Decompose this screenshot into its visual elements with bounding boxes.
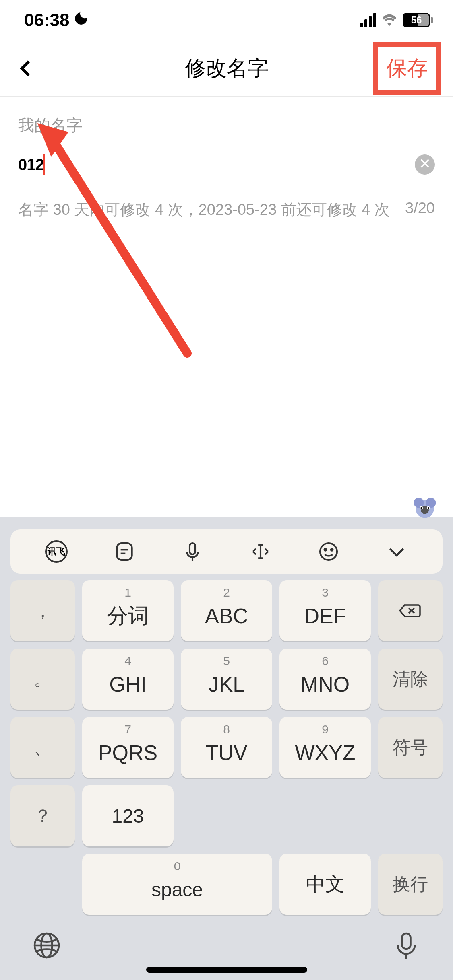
status-time: 06:38 (24, 10, 70, 30)
key-123[interactable]: 123 (82, 785, 174, 846)
key-清除[interactable]: 清除 (378, 649, 443, 710)
clear-input-button[interactable]: ✕ (415, 154, 435, 175)
key-、[interactable]: 、 (10, 717, 75, 778)
key-label: ？ (34, 804, 52, 828)
key-digit: 9 (322, 723, 329, 736)
edit-limit-hint: 名字 30 天内可修改 4 次，2023-05-23 前还可修改 4 次 (18, 200, 390, 220)
key-label: 清除 (393, 667, 428, 691)
key-digit: 2 (223, 586, 230, 599)
save-button[interactable]: 保存 (373, 42, 441, 95)
key-label: 、 (34, 736, 52, 760)
key-JKL[interactable]: 5JKL (181, 649, 272, 710)
key-，[interactable]: ， (10, 580, 75, 641)
key-space[interactable]: 0space (82, 854, 272, 915)
key-digit: 8 (223, 723, 230, 736)
key-label: 。 (34, 667, 52, 691)
svg-rect-23 (402, 933, 411, 949)
wifi-icon (382, 14, 397, 26)
dnd-moon-icon (74, 10, 90, 30)
status-bar: 06:38 56 (0, 0, 453, 40)
keyboard-emoji-button[interactable] (316, 539, 341, 564)
close-icon: ✕ (419, 156, 431, 171)
key-中文[interactable]: 中文 (279, 854, 371, 915)
key-label: ， (34, 599, 52, 623)
key-label: GHI (109, 672, 146, 696)
key-label: 中文 (306, 871, 345, 897)
keyboard-toolbar: 讯飞 (10, 529, 443, 574)
key-label: WXYZ (295, 741, 355, 765)
svg-point-3 (426, 498, 436, 508)
key-符号[interactable]: 符号 (378, 717, 443, 778)
key-digit: 6 (322, 654, 329, 668)
key-digit: 5 (223, 654, 230, 668)
key-label: space (151, 879, 203, 901)
status-time-area: 06:38 (24, 10, 90, 30)
key-label: DEF (304, 604, 346, 628)
keyboard: 讯飞 ，1分词2ABC3DEF。4GHI5JKL6MNO清除、7PQRS8TUV… (0, 517, 453, 980)
key-WXYZ[interactable]: 9WXYZ (279, 717, 371, 778)
key-label: 符号 (393, 736, 428, 760)
nav-header: 修改名字 保存 (0, 40, 453, 97)
key-TUV[interactable]: 8TUV (181, 717, 272, 778)
key-label: ABC (205, 604, 248, 628)
key-换行[interactable]: 换行 (378, 854, 443, 915)
key-digit: 0 (174, 859, 181, 873)
key-label: PQRS (98, 741, 157, 765)
globe-button[interactable] (32, 931, 61, 960)
dictation-button[interactable] (392, 931, 421, 960)
key-ABC[interactable]: 2ABC (181, 580, 272, 641)
back-button[interactable] (18, 59, 37, 78)
svg-rect-12 (190, 543, 195, 554)
keyboard-cursor-move-button[interactable] (248, 539, 273, 564)
key-。[interactable]: 。 (10, 649, 75, 710)
status-right: 56 (360, 13, 433, 27)
key-PQRS[interactable]: 7PQRS (82, 717, 174, 778)
keyboard-brand-button[interactable]: 讯飞 (44, 539, 68, 564)
key-digit: 7 (124, 723, 131, 736)
text-cursor (43, 154, 45, 175)
cellular-signal-icon (360, 13, 376, 27)
svg-point-16 (324, 549, 326, 551)
key-label: MNO (301, 672, 350, 696)
keyboard-clipboard-button[interactable] (112, 539, 137, 564)
svg-rect-9 (117, 543, 132, 560)
key-label: 分词 (107, 602, 149, 630)
name-input[interactable]: 012 (18, 156, 44, 174)
key-digit: 3 (322, 586, 329, 599)
page-title: 修改名字 (185, 54, 269, 82)
key-label: JKL (209, 672, 245, 696)
name-input-row: 012 ✕ (0, 140, 453, 189)
hint-row: 名字 30 天内可修改 4 次，2023-05-23 前还可修改 4 次 3/2… (0, 189, 453, 231)
key-label: TUV (206, 741, 248, 765)
backspace-icon (397, 601, 423, 620)
keyboard-voice-button[interactable] (180, 539, 205, 564)
battery-percent: 56 (411, 14, 422, 26)
home-indicator[interactable] (146, 967, 307, 973)
key-分词[interactable]: 1分词 (82, 580, 174, 641)
key-digit: 1 (124, 586, 131, 599)
key-backspace[interactable] (378, 580, 443, 641)
key-？[interactable]: ？ (10, 785, 75, 846)
key-GHI[interactable]: 4GHI (82, 649, 174, 710)
keyboard-bottom-bar (0, 915, 453, 964)
keyboard-collapse-button[interactable] (385, 539, 409, 564)
svg-point-7 (420, 507, 422, 509)
key-DEF[interactable]: 3DEF (279, 580, 371, 641)
svg-point-8 (428, 507, 429, 509)
keyboard-mascot-icon[interactable] (413, 495, 437, 519)
svg-point-2 (414, 498, 424, 508)
char-counter: 3/20 (405, 200, 435, 220)
svg-point-17 (331, 549, 333, 551)
key-digit: 4 (124, 654, 131, 668)
key-MNO[interactable]: 6MNO (279, 649, 371, 710)
key-label: 123 (112, 805, 144, 827)
keyboard-keys: ，1分词2ABC3DEF。4GHI5JKL6MNO清除、7PQRS8TUV9WX… (0, 580, 453, 915)
battery-indicator: 56 (403, 13, 433, 27)
key-label: 换行 (393, 873, 428, 896)
section-label: 我的名字 (0, 97, 453, 140)
chevron-left-icon (20, 60, 36, 76)
svg-point-15 (320, 543, 337, 560)
